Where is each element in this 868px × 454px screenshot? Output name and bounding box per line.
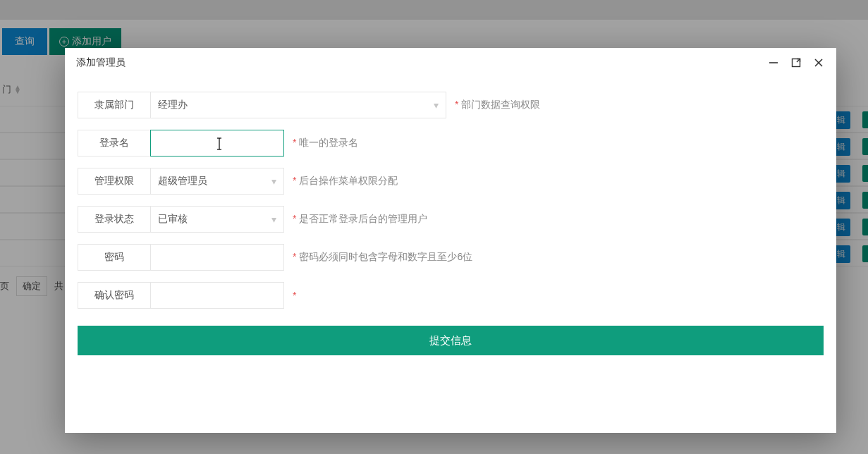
maximize-icon[interactable] <box>790 56 802 69</box>
row-permission: 管理权限 超级管理员 ▾ *后台操作菜单权限分配 <box>78 168 824 195</box>
input-login[interactable] <box>151 130 283 156</box>
row-status: 登录状态 已审核 ▾ *是否正常登录后台的管理用户 <box>78 206 824 233</box>
help-status: *是否正常登录后台的管理用户 <box>293 213 427 226</box>
input-login-wrapper <box>150 130 284 157</box>
label-department: 隶属部门 <box>78 92 151 118</box>
close-icon[interactable] <box>812 56 825 69</box>
select-permission[interactable]: 超级管理员 ▾ <box>150 168 284 195</box>
label-login: 登录名 <box>78 130 151 157</box>
select-department[interactable]: 经理办 ▾ <box>150 92 446 118</box>
label-status: 登录状态 <box>78 206 151 233</box>
modal-header: 添加管理员 <box>65 48 836 78</box>
label-password-confirm: 确认密码 <box>78 282 151 309</box>
label-password: 密码 <box>78 244 151 271</box>
label-permission: 管理权限 <box>78 168 151 195</box>
help-department: *部门数据查询权限 <box>455 99 540 111</box>
input-password[interactable] <box>151 245 283 270</box>
modal-body: 隶属部门 经理办 ▾ *部门数据查询权限 登录名 *唯一的登录名 管理权限 <box>65 78 836 355</box>
help-login: *唯一的登录名 <box>293 137 358 149</box>
select-department-value: 经理办 <box>158 99 188 111</box>
select-permission-value: 超级管理员 <box>158 175 207 188</box>
minimize-icon[interactable] <box>767 56 780 69</box>
modal-title: 添加管理员 <box>76 56 126 69</box>
chevron-down-icon: ▾ <box>271 176 276 187</box>
row-department: 隶属部门 经理办 ▾ *部门数据查询权限 <box>78 92 824 118</box>
input-password-confirm[interactable] <box>151 283 283 308</box>
chevron-down-icon: ▾ <box>434 99 439 111</box>
row-password: 密码 *密码必须同时包含字母和数字且至少6位 <box>78 244 824 271</box>
input-password-wrapper <box>150 244 284 271</box>
select-status[interactable]: 已审核 ▾ <box>150 206 284 233</box>
help-password: *密码必须同时包含字母和数字且至少6位 <box>293 251 472 264</box>
row-login: 登录名 *唯一的登录名 <box>78 130 824 157</box>
chevron-down-icon: ▾ <box>271 214 276 225</box>
help-password-confirm: * <box>293 290 299 301</box>
row-password-confirm: 确认密码 * <box>78 282 824 309</box>
input-password-confirm-wrapper <box>150 282 284 309</box>
help-permission: *后台操作菜单权限分配 <box>293 175 398 188</box>
submit-button[interactable]: 提交信息 <box>78 326 824 355</box>
select-status-value: 已审核 <box>158 213 188 226</box>
add-admin-modal: 添加管理员 隶属部门 经理办 ▾ *部门数据查询权限 登录名 <box>65 48 836 433</box>
